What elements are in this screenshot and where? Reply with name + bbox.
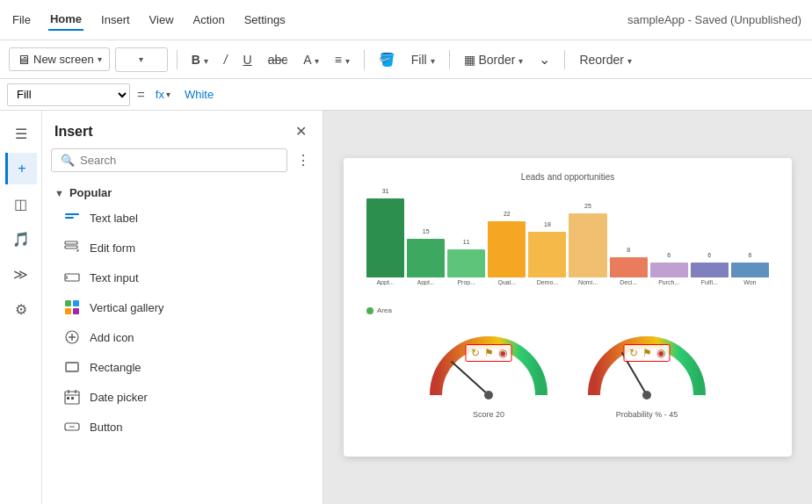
gauge-1-label: Score 20 [473, 410, 504, 419]
bold-button[interactable]: B ▾ [186, 49, 214, 70]
fill-select[interactable]: Fill [7, 83, 130, 106]
bar-group: 22Qual... [488, 221, 526, 285]
toolbar-divider-3 [449, 50, 450, 69]
bar: 11 [447, 249, 485, 277]
left-toolbar-media[interactable]: 🎵 [5, 223, 37, 255]
reorder-button[interactable]: Reorder ▾ [574, 49, 636, 70]
gauge-1-overlay: ↻ ⚑ ◉ [466, 344, 512, 362]
bar: 6 [691, 263, 729, 277]
svg-rect-3 [65, 246, 77, 248]
insert-item-date-picker[interactable]: Date picker [42, 382, 323, 412]
bar-value: 11 [463, 239, 470, 245]
insert-item-text-input[interactable]: Text input [42, 263, 323, 292]
align-button[interactable]: ≡ ▾ [330, 49, 355, 70]
edit-form-icon [63, 239, 81, 256]
text-label-label: Text label [90, 212, 138, 225]
svg-point-23 [484, 391, 493, 400]
fx-dropdown-arrow: ▾ [166, 90, 170, 99]
left-toolbar-connectors[interactable]: ≫ [5, 258, 37, 290]
bar-value: 22 [504, 211, 511, 217]
font-selector[interactable]: ▾ [115, 47, 168, 72]
insert-item-text-label[interactable]: Text label [42, 203, 323, 233]
search-input[interactable] [80, 154, 278, 167]
rectangle-label: Rectangle [90, 361, 141, 374]
bar-group: 6Fulfi... [691, 263, 729, 285]
left-toolbar-shapes[interactable]: ◫ [5, 188, 37, 220]
insert-item-vertical-gallery[interactable]: Vertical gallery [42, 292, 323, 322]
formula-value: White [181, 88, 214, 101]
italic-button[interactable]: / [219, 49, 233, 70]
panel-close-button[interactable]: ✕ [292, 121, 310, 141]
bar-group: 25Nomi... [569, 213, 606, 285]
menu-file[interactable]: File [11, 10, 33, 30]
menu-home[interactable]: Home [48, 9, 83, 31]
bar: 6 [731, 263, 769, 277]
left-toolbar-menu[interactable]: ☰ [5, 118, 37, 149]
bar-group: 6Won [731, 263, 769, 285]
items-list: ▼ Popular Text label Edit form [42, 179, 323, 504]
gauge-1-svg [418, 325, 559, 404]
search-container: 🔍 ⋮ [42, 148, 323, 179]
category-label: Popular [69, 186, 112, 199]
bar-label: Purch... [658, 279, 679, 285]
bar-group: 15Appt... [407, 239, 445, 285]
popular-category[interactable]: ▼ Popular [42, 179, 323, 203]
new-screen-dropdown-arrow: ▾ [98, 54, 102, 64]
svg-rect-13 [66, 363, 78, 371]
text-input-icon [63, 269, 81, 286]
bar-label: Fulfi... [701, 279, 718, 285]
underline-button[interactable]: U [238, 49, 257, 70]
insert-item-rectangle[interactable]: Rectangle [42, 352, 323, 382]
new-screen-button[interactable]: 🖥 New screen ▾ [9, 47, 110, 71]
svg-rect-19 [71, 397, 74, 400]
down-arrow-button[interactable]: ⌄ [533, 47, 555, 71]
svg-rect-1 [65, 217, 74, 219]
fill-button[interactable]: Fill ▾ [406, 49, 440, 70]
strikethrough-button[interactable]: abc [263, 49, 294, 70]
menu-action[interactable]: Action [192, 10, 227, 30]
legend-text: Area [377, 306, 392, 314]
gauge-1-wrap: ↻ ⚑ ◉ [418, 325, 559, 407]
more-options-button[interactable]: ⋮ [293, 148, 314, 172]
date-picker-label: Date picker [90, 391, 148, 404]
gauge-icon-2c: ◉ [656, 347, 665, 359]
gallery-label: Vertical gallery [90, 301, 164, 314]
text-input-label: Text input [90, 271, 139, 284]
border-button[interactable]: ▦ Border ▾ [459, 49, 529, 70]
bar-chart-bars: 31Appt...15Appt...11Prop...22Qual...18De… [358, 189, 778, 285]
bar: 25 [569, 213, 606, 277]
insert-item-add-icon[interactable]: Add icon [42, 322, 323, 352]
font-color-button[interactable]: A ▾ [298, 49, 323, 70]
canvas-content: Leads and opportunities 31Appt...15Appt.… [344, 158, 792, 457]
button-icon [63, 418, 81, 436]
bar: 15 [407, 239, 445, 277]
bar: 8 [610, 257, 648, 277]
left-toolbar-add[interactable]: + [5, 153, 37, 184]
gauge-icon-1b: ⚑ [484, 347, 494, 359]
fx-button[interactable]: fx ▾ [152, 86, 174, 103]
screen-icon: 🖥 [17, 52, 30, 67]
gauge-icon-1c: ◉ [498, 347, 507, 359]
bar-value: 31 [382, 188, 389, 194]
gauge-section: ↻ ⚑ ◉ Score 20 [358, 325, 778, 419]
bar: 31 [366, 198, 404, 277]
fx-icon: fx [156, 88, 164, 101]
insert-item-button[interactable]: Button [42, 412, 323, 442]
search-box[interactable]: 🔍 [51, 148, 287, 172]
bar: 18 [528, 232, 566, 277]
button-label: Button [90, 421, 123, 434]
menu-insert[interactable]: Insert [99, 10, 132, 30]
svg-rect-9 [73, 308, 79, 314]
paint-bucket-icon[interactable]: 🪣 [373, 48, 401, 71]
toolbar-divider-1 [177, 50, 178, 69]
menu-settings[interactable]: Settings [243, 10, 287, 30]
svg-rect-2 [65, 241, 77, 244]
insert-item-edit-form[interactable]: Edit form [42, 233, 323, 263]
bar-value: 8 [627, 247, 630, 253]
bar-value: 6 [748, 252, 751, 258]
left-toolbar-settings[interactable]: ⚙ [5, 293, 37, 325]
bar-group: 8Deci... [610, 257, 648, 285]
menu-view[interactable]: View [148, 10, 176, 30]
bar-label: Qual... [498, 279, 517, 285]
menubar: File Home Insert View Action Settings sa… [0, 0, 812, 40]
